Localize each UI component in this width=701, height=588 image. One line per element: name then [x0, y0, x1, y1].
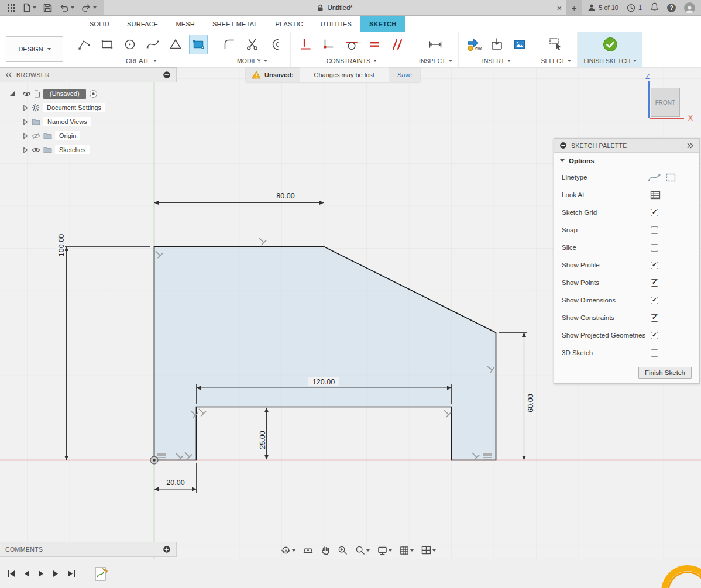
file-menu-button[interactable]	[21, 2, 38, 13]
grid-snap-button[interactable]	[398, 545, 415, 556]
snap-checkbox[interactable]	[651, 226, 658, 234]
tab-mesh[interactable]: MESH	[167, 16, 204, 32]
comments-bar[interactable]: COMMENTS	[0, 542, 177, 557]
origin-point[interactable]	[150, 456, 158, 464]
tab-solid[interactable]: SOLID	[81, 16, 118, 32]
horizontal-vertical-constraint-button[interactable]	[297, 35, 315, 54]
avatar[interactable]	[684, 2, 695, 13]
expander-icon[interactable]	[22, 147, 29, 153]
inspect-menu[interactable]: INSPECT	[419, 56, 452, 66]
two-point-rectangle-tool-button[interactable]	[189, 35, 208, 54]
notifications-button[interactable]	[650, 2, 659, 13]
line-tool-button[interactable]	[75, 35, 94, 54]
eye-icon[interactable]	[22, 91, 31, 97]
viewcube-front-face[interactable]: FRONT	[651, 88, 680, 117]
display-settings-button[interactable]	[376, 545, 393, 556]
show-dimensions-checkbox[interactable]	[651, 297, 658, 304]
plus-circle-icon[interactable]	[163, 545, 171, 553]
tab-surface[interactable]: SURFACE	[118, 16, 167, 32]
constraints-menu[interactable]: CONSTRAINTS	[327, 56, 377, 66]
zoom-button[interactable]	[354, 544, 371, 556]
timeline-step-forward-button[interactable]	[53, 570, 59, 577]
zoom-window-button[interactable]	[336, 544, 349, 556]
modify-menu[interactable]: MODIFY	[237, 56, 267, 66]
sketch-palette-header[interactable]: SKETCH PALETTE	[554, 139, 699, 153]
tangent-constraint-button[interactable]	[342, 35, 361, 54]
sketch-grid-checkbox[interactable]	[651, 209, 658, 216]
collapse-panel-icon[interactable]	[5, 72, 12, 78]
design-menu-button[interactable]: DESIGN	[6, 36, 63, 62]
expander-icon[interactable]	[22, 133, 29, 139]
orbit-button[interactable]	[280, 544, 297, 556]
insert-menu[interactable]: INSERT	[482, 56, 511, 66]
create-menu[interactable]: CREATE	[126, 56, 157, 66]
finish-sketch-palette-button[interactable]: Finish Sketch	[638, 367, 692, 379]
browser-item-document-settings[interactable]: Document Settings	[0, 101, 177, 115]
circle-tool-button[interactable]	[121, 35, 139, 54]
expand-right-icon[interactable]	[686, 143, 694, 149]
tab-sheet-metal[interactable]: SHEET METAL	[204, 16, 267, 32]
pan-button[interactable]	[319, 544, 331, 556]
save-link[interactable]: Save	[389, 67, 420, 82]
timeline-play-button[interactable]	[38, 570, 44, 577]
insert-decal-button[interactable]	[487, 35, 506, 54]
rectangle-tool-button[interactable]	[98, 35, 116, 54]
minus-circle-icon[interactable]	[163, 71, 171, 79]
browser-item-named-views[interactable]: Named Views	[0, 115, 177, 129]
viewports-button[interactable]	[420, 545, 437, 556]
trim-tool-button[interactable]	[243, 35, 262, 54]
document-tab[interactable]: Untitled* ×	[104, 0, 566, 15]
look-at-button[interactable]	[302, 544, 314, 556]
app-menu-button[interactable]	[5, 2, 18, 13]
tab-sketch[interactable]: SKETCH	[360, 16, 405, 32]
browser-item-sketches[interactable]: Sketches	[0, 143, 177, 157]
polygon-tool-button[interactable]	[166, 35, 185, 54]
finish-sketch-button[interactable]	[599, 35, 622, 54]
3d-sketch-checkbox[interactable]	[651, 349, 658, 357]
show-projected-geometries-checkbox[interactable]	[651, 332, 658, 339]
minus-circle-icon[interactable]	[559, 142, 567, 149]
slice-checkbox[interactable]	[651, 244, 658, 252]
browser-item-label[interactable]: Named Views	[43, 117, 91, 126]
browser-item-label[interactable]: Origin	[55, 131, 80, 140]
tab-utilities[interactable]: UTILITIES	[312, 16, 360, 32]
job-status[interactable]: 5 of 10	[587, 4, 618, 12]
undo-button[interactable]	[57, 2, 76, 13]
expander-icon[interactable]	[22, 105, 29, 111]
insert-svg-button[interactable]: SVG	[465, 35, 483, 54]
extension-timer[interactable]: 1	[627, 4, 642, 12]
timeline-skip-end-button[interactable]	[67, 570, 75, 577]
timeline-skip-start-button[interactable]	[7, 570, 15, 577]
offset-tool-button[interactable]	[266, 35, 284, 54]
expander-icon[interactable]	[22, 119, 29, 125]
redo-button[interactable]	[80, 2, 98, 13]
eye-off-icon[interactable]	[32, 133, 40, 139]
equal-constraint-button[interactable]	[365, 35, 384, 54]
select-menu[interactable]: SELECT	[541, 56, 572, 66]
root-expander-icon[interactable]	[9, 90, 16, 97]
coincident-constraint-button[interactable]	[319, 35, 338, 54]
browser-item-label[interactable]: Document Settings	[43, 103, 105, 112]
look-at-icon[interactable]	[650, 191, 661, 200]
tab-plastic[interactable]: PLASTIC	[267, 16, 312, 32]
new-tab-button[interactable]: +	[566, 0, 582, 15]
spline-linetype-icon[interactable]	[648, 173, 661, 182]
construction-linetype-icon[interactable]	[666, 173, 676, 182]
measure-tool-button[interactable]	[426, 35, 445, 54]
save-button[interactable]	[42, 2, 54, 13]
show-profile-checkbox[interactable]	[651, 262, 658, 269]
timeline-sketch-feature[interactable]	[94, 566, 108, 582]
show-points-checkbox[interactable]	[651, 279, 658, 287]
browser-item-label[interactable]: Sketches	[55, 145, 90, 154]
select-tool-button[interactable]	[547, 35, 565, 54]
activate-component-icon[interactable]	[89, 90, 98, 98]
fillet-tool-button[interactable]	[220, 35, 239, 54]
close-tab-button[interactable]: ×	[556, 0, 562, 15]
root-document-label[interactable]: (Unsaved)	[43, 89, 86, 99]
finish-sketch-menu[interactable]: FINISH SKETCH	[583, 56, 637, 66]
help-button[interactable]: ?	[667, 4, 676, 12]
parallel-constraint-button[interactable]	[388, 35, 407, 54]
eye-icon[interactable]	[32, 147, 40, 153]
show-constraints-checkbox[interactable]	[651, 314, 658, 322]
spline-tool-button[interactable]	[143, 35, 162, 54]
